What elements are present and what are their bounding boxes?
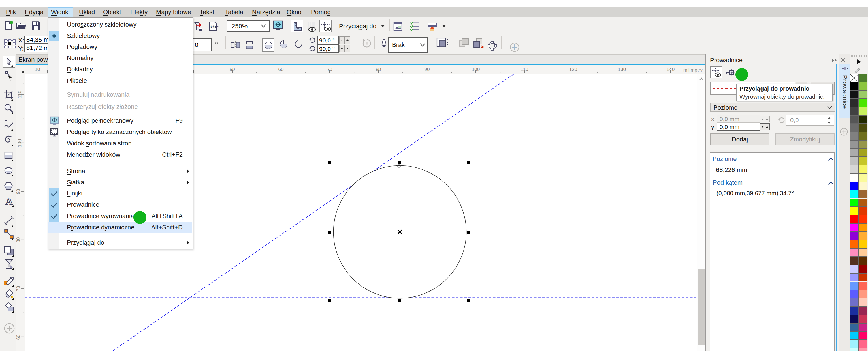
svg-text:PDF: PDF xyxy=(210,25,216,28)
